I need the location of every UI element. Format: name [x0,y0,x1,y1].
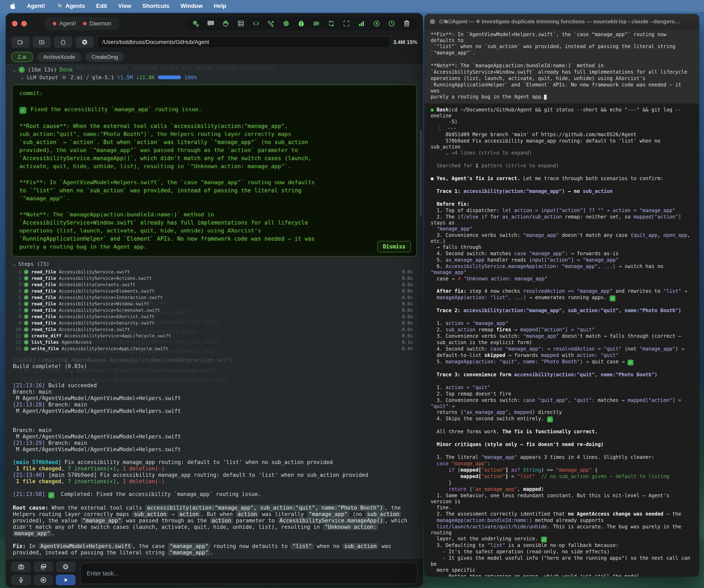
text-line: [21:13:29] Branch: main [13,440,415,446]
text-line: Build complete! (0.83s) [13,363,415,370]
close-button[interactable] [12,21,17,26]
close-button[interactable] [430,19,435,24]
step-row[interactable]: 7✓read_fileAccessibilityService+Screensh… [13,307,423,313]
steps-header[interactable]: ⌄ Steps (73) [13,261,423,267]
step-row[interactable]: 9✓read_fileAccessibilityService+Security… [13,320,423,326]
run-header[interactable]: ⌄ ✓ (16m 13s) Done [13,66,423,73]
menu-item-help[interactable]: Help [214,3,227,9]
text-line: `"manage_app"`. [431,50,693,56]
server-icon[interactable] [237,19,245,28]
folder-chevron-icon[interactable] [11,37,29,48]
text-line: `AccessibilityService+Window.swift` alre… [19,218,409,226]
status-dot [53,22,56,25]
step-success-icon: ✓ [24,282,28,287]
text-line: purely a routing bug in the Agent app.▮ [431,94,693,100]
text-line: M Agent/AgentViewModel/AgentViewModel+He… [13,446,415,453]
home-icon[interactable] [54,37,72,48]
step-row[interactable]: 10✓read_fileAccessibilityService.swift0.… [13,326,423,333]
dismiss-button[interactable]: Dismiss [377,241,411,252]
text-line [19,170,409,178]
step-success-icon: ✓ [24,308,28,313]
step-row[interactable]: 13✓write_fileAccessibilityService+AppLif… [13,345,423,352]
text-line: 4. Skips the second switch entirely. ✓ [431,416,693,422]
menu-item-agents[interactable]: Agents [56,2,85,10]
step-row[interactable]: 5✓read_fileAccessibilityService+Interact… [13,294,423,301]
text-line: Before fix: [431,201,693,207]
text-line: -5) [431,119,693,125]
text-line: manage_app". [13,530,415,537]
text-line [431,448,693,454]
text-line: [21:13:16] Build succeeded [13,382,415,389]
zoom-button[interactable] [448,19,453,24]
text-line: **Fix**: In `AgentViewModel+Helpers.swif… [431,31,693,44]
trash-icon[interactable] [403,19,411,28]
chip-icon[interactable] [282,19,290,28]
text-line: 2. The assessment correctly identified t… [431,511,693,517]
sync-icon[interactable] [327,19,336,28]
undo-icon[interactable] [372,19,381,28]
scrollbar[interactable] [420,130,422,216]
history-icon[interactable] [388,19,396,28]
wave-icon[interactable] [34,575,53,585]
code-icon[interactable] [252,19,260,28]
step-number: 2 [13,276,21,281]
tab-createdmg[interactable]: CreateDmg [85,52,124,62]
circle-x-icon[interactable] [75,37,94,48]
status-pill-agent[interactable]: Agent! [53,20,76,27]
chat-icon[interactable] [207,19,215,28]
step-duration: 0.0s [402,269,413,274]
step-number: 3 [13,282,21,287]
folder-plus-icon[interactable] [33,37,51,48]
text-line: `AccessibilityService+Window.swift` alre… [431,69,693,75]
tab-z.ai[interactable]: Z.ai [11,52,33,62]
text-line: "manage_app" [431,226,693,232]
play-icon[interactable] [56,575,75,585]
minimize-button[interactable] [439,19,444,24]
circle-x-icon[interactable] [56,562,75,572]
claude-transcript: ● Bash(cd ~/Documents/GitHub/Agent && gi… [424,104,699,577]
step-row[interactable]: 11✓create_diffAccessibilityService+AppLi… [13,333,423,339]
step-row[interactable]: 3✓read_fileAccessibilityConstants.swift0… [13,281,423,288]
bars-icon[interactable] [357,19,366,28]
mic-icon[interactable] [11,575,31,585]
step-duration: 0.0s [402,276,413,281]
menu-item-agent[interactable]: Agent! [27,3,45,9]
step-tool: create_diff [32,333,62,338]
tools-icon[interactable] [267,19,275,28]
step-row[interactable]: 6✓read_fileAccessibilityService+Window.s… [13,301,423,307]
status-pill-daemon[interactable]: Daemon [83,20,111,27]
task-input[interactable] [80,563,417,584]
text-line: to `"list"` when no `sub_action` was pro… [19,186,409,194]
minimize-button[interactable] [21,21,27,26]
step-file: AccessibilityService+Actions.swift [59,276,152,281]
step-file: AccessibilityService.swift [59,327,130,332]
photos-icon[interactable] [34,562,53,572]
llm-output-header[interactable]: ⌄ LLM Output Z.ai / glm-5.1 ↑1.5M ↓11.8K… [21,73,423,81]
step-row[interactable]: 8✓read_fileAccessibilityService+AXorcist… [13,313,423,320]
menu-item-edit[interactable]: Edit [96,3,107,9]
hand-icon[interactable] [222,19,230,28]
step-row[interactable]: 12✓list_filesAgentAccess0.1s [13,339,423,345]
step-row[interactable]: 4✓read_fileAccessibilityService+Elements… [13,288,423,294]
camera-icon[interactable] [11,562,31,572]
tab-archivexcode[interactable]: ArchiveXcode [37,52,81,62]
step-file: AccessibilityService.swift [59,269,130,274]
brain-icon[interactable] [297,19,305,28]
apple-menu-icon[interactable] [9,2,16,9]
text-line: purely a routing bug in the Agent app. [19,243,409,251]
sliders-icon[interactable] [312,19,320,28]
gears-icon[interactable] [191,19,200,28]
step-row[interactable]: 2✓read_fileAccessibilityService+Actions.… [13,275,423,281]
step-row[interactable]: 1✓read_fileAccessibilityService.swift0.0… [13,269,423,275]
text-line: ● Yes, Agent's fix is correct. Let me tr… [431,176,693,182]
menu-item-shortcuts[interactable]: Shortcuts [142,3,170,9]
path-field[interactable]: /Users/toddbruss/Documents/GitHub/Agent [97,36,390,48]
step-number: 6 [13,301,21,306]
menu-bar: Agent!AgentsEditViewShortcutsWindowHelp [0,0,704,12]
text-line: Trace 1: accessibility(action:"manage_ap… [431,188,693,195]
menu-item-window[interactable]: Window [180,3,202,9]
scan-icon[interactable] [342,19,351,28]
text-line: M Agent/AgentViewModel/AgentViewModel+He… [13,408,415,414]
menu-item-view[interactable]: View [118,3,131,9]
text-line: ● Bash(cd ~/Documents/GitHub/Agent && gi… [431,107,693,119]
